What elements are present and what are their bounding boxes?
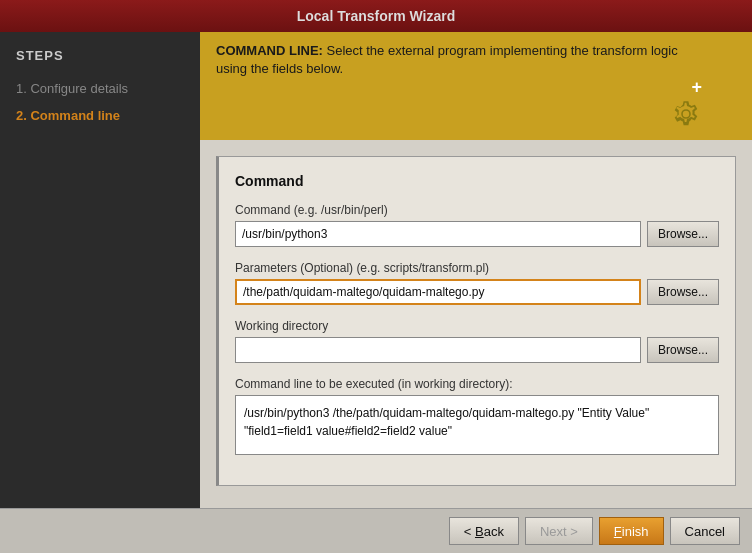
- footer: < Back Next > Finish Cancel: [0, 508, 752, 553]
- sidebar: STEPS 1. Configure details 2. Command li…: [0, 32, 200, 508]
- cmdline-label: Command line to be executed (in working …: [235, 377, 719, 391]
- sidebar-item-configure[interactable]: 1. Configure details: [0, 75, 200, 102]
- gear-icon-area: +: [216, 78, 702, 130]
- title-bar: Local Transform Wizard: [0, 0, 752, 32]
- sidebar-heading: STEPS: [0, 48, 200, 75]
- gear-icon: [670, 98, 702, 130]
- command-row: Browse...: [235, 221, 719, 247]
- main-panel: COMMAND LINE: Select the external progra…: [200, 32, 752, 508]
- next-label: Next >: [540, 524, 578, 539]
- command-box-title: Command: [235, 173, 719, 189]
- plus-icon: +: [691, 78, 702, 96]
- back-label: Back: [475, 524, 504, 539]
- workdir-label: Working directory: [235, 319, 719, 333]
- workdir-browse-button[interactable]: Browse...: [647, 337, 719, 363]
- instruction-prefix: COMMAND LINE:: [216, 43, 323, 58]
- content-area: STEPS 1. Configure details 2. Command li…: [0, 32, 752, 508]
- sidebar-item-commandline-label: Command line: [30, 108, 120, 123]
- params-label: Parameters (Optional) (e.g. scripts/tran…: [235, 261, 719, 275]
- command-label: Command (e.g. /usr/bin/perl): [235, 203, 719, 217]
- form-area: Command Command (e.g. /usr/bin/perl) Bro…: [200, 140, 752, 508]
- cancel-label: Cancel: [685, 524, 725, 539]
- params-input[interactable]: [235, 279, 641, 305]
- sidebar-item-commandline[interactable]: 2. Command line: [0, 102, 200, 129]
- params-browse-button[interactable]: Browse...: [647, 279, 719, 305]
- window-title: Local Transform Wizard: [297, 8, 456, 24]
- instruction-text: COMMAND LINE: Select the external progra…: [216, 42, 702, 78]
- finish-label: Finish: [614, 524, 649, 539]
- command-browse-button[interactable]: Browse...: [647, 221, 719, 247]
- workdir-row: Browse...: [235, 337, 719, 363]
- cmdline-display-group: Command line to be executed (in working …: [235, 377, 719, 455]
- sidebar-item-configure-label: Configure details: [30, 81, 128, 96]
- command-box: Command Command (e.g. /usr/bin/perl) Bro…: [216, 156, 736, 486]
- cancel-button[interactable]: Cancel: [670, 517, 740, 545]
- window: Local Transform Wizard STEPS 1. Configur…: [0, 0, 752, 553]
- next-button[interactable]: Next >: [525, 517, 593, 545]
- sidebar-item-commandline-number: 2.: [16, 108, 27, 123]
- params-field-group: Parameters (Optional) (e.g. scripts/tran…: [235, 261, 719, 305]
- command-field-group: Command (e.g. /usr/bin/perl) Browse...: [235, 203, 719, 247]
- instruction-bar: COMMAND LINE: Select the external progra…: [200, 32, 752, 140]
- back-button[interactable]: < Back: [449, 517, 519, 545]
- finish-button[interactable]: Finish: [599, 517, 664, 545]
- command-input[interactable]: [235, 221, 641, 247]
- workdir-input[interactable]: [235, 337, 641, 363]
- params-row: Browse...: [235, 279, 719, 305]
- cmdline-display: /usr/bin/python3 /the/path/quidam-malteg…: [235, 395, 719, 455]
- sidebar-item-configure-number: 1.: [16, 81, 27, 96]
- workdir-field-group: Working directory Browse...: [235, 319, 719, 363]
